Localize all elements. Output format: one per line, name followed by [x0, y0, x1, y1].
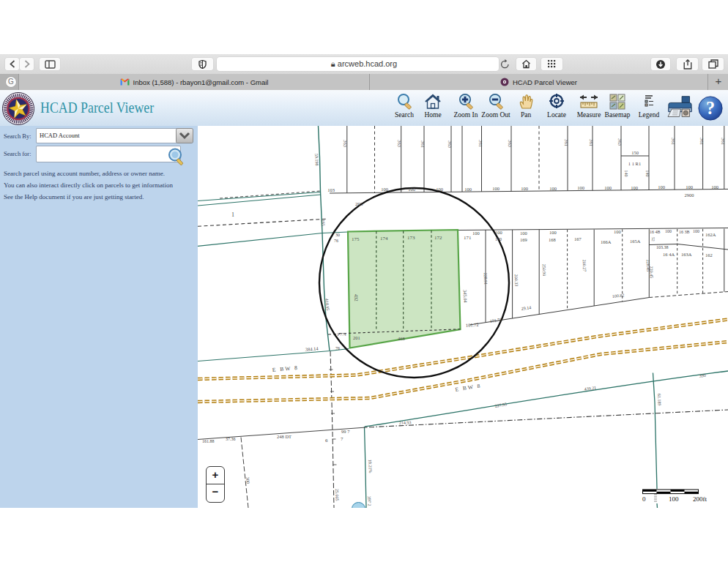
- svg-text:170: 170: [495, 237, 502, 241]
- svg-text:100: 100: [408, 187, 415, 192]
- svg-text:100: 100: [658, 184, 665, 190]
- svg-text:468: 468: [398, 336, 405, 341]
- svg-text:16 4B: 16 4B: [650, 230, 661, 234]
- svg-text:162A: 162A: [705, 232, 716, 237]
- svg-text:248 DT: 248 DT: [277, 434, 291, 439]
- svg-text:2900: 2900: [685, 192, 694, 198]
- svg-text:201: 201: [353, 335, 360, 340]
- svg-text:100: 100: [614, 229, 621, 234]
- svg-text:361: 361: [420, 140, 426, 148]
- svg-text:100: 100: [711, 184, 718, 190]
- svg-text:361: 361: [699, 138, 705, 145]
- svg-text:103.38: 103.38: [656, 245, 669, 250]
- svg-text:432: 432: [354, 294, 359, 301]
- svg-text:167: 167: [574, 236, 582, 241]
- svg-text:100: 100: [381, 187, 388, 192]
- svg-text:162: 162: [705, 252, 713, 258]
- svg-text:169: 169: [520, 237, 527, 242]
- svg-text:363: 363: [397, 140, 402, 147]
- svg-text:140: 140: [645, 171, 650, 177]
- svg-text:100: 100: [472, 231, 480, 236]
- svg-text:300: 300: [245, 477, 250, 484]
- svg-text:345.04: 345.04: [463, 290, 469, 304]
- svg-text:100: 100: [549, 186, 557, 191]
- svg-text:100: 100: [631, 185, 638, 190]
- svg-text:172: 172: [434, 235, 442, 241]
- svg-text:363: 363: [343, 140, 348, 147]
- svg-text:1: 1: [231, 211, 234, 218]
- svg-text:100: 100: [669, 495, 679, 503]
- svg-text:205: 205: [355, 201, 363, 207]
- svg-text:384.14: 384.14: [305, 345, 319, 352]
- svg-text:361: 361: [589, 139, 594, 146]
- svg-text:6: 6: [325, 438, 328, 443]
- svg-text:52: 52: [651, 237, 655, 241]
- svg-text:200.27: 200.27: [582, 260, 587, 272]
- svg-text:76: 76: [335, 346, 340, 351]
- svg-text:100: 100: [665, 229, 672, 233]
- svg-text:16 4A: 16 4A: [663, 252, 675, 257]
- svg-text:37.36: 37.36: [226, 437, 236, 441]
- svg-text:?: ?: [706, 98, 715, 118]
- svg-text:173: 173: [407, 235, 415, 241]
- svg-text:200.33: 200.33: [514, 274, 519, 287]
- svg-text:363: 363: [447, 140, 453, 148]
- svg-text:361: 361: [721, 138, 726, 145]
- svg-text:76: 76: [334, 239, 338, 243]
- svg-text:61.189: 61.189: [657, 394, 662, 406]
- svg-text:99 7: 99 7: [341, 429, 350, 434]
- svg-text:29.14: 29.14: [521, 305, 531, 311]
- svg-text:25.005: 25.005: [335, 489, 340, 501]
- svg-text:10.21%: 10.21%: [368, 460, 373, 473]
- svg-text:100: 100: [464, 187, 472, 192]
- svg-text:214.93: 214.93: [399, 420, 412, 425]
- svg-text:100: 100: [577, 185, 584, 190]
- svg-text:361: 361: [564, 139, 569, 146]
- svg-text:161.88: 161.88: [202, 439, 215, 443]
- svg-text:100: 100: [492, 186, 499, 191]
- svg-text:100: 100: [693, 229, 699, 233]
- svg-text:174: 174: [380, 236, 388, 241]
- svg-text:100: 100: [521, 186, 528, 191]
- svg-text:1 1 R1: 1 1 R1: [628, 161, 641, 166]
- svg-text:100: 100: [495, 230, 502, 235]
- svg-text:168: 168: [549, 237, 556, 242]
- svg-text:361: 361: [478, 140, 483, 147]
- svg-text:227.55: 227.55: [494, 402, 507, 408]
- svg-text:100: 100: [604, 185, 612, 190]
- svg-text:363: 363: [508, 140, 513, 147]
- svg-text:30: 30: [335, 233, 340, 237]
- svg-text:16 3B: 16 3B: [679, 230, 690, 234]
- svg-text:0: 0: [642, 495, 646, 503]
- svg-text:363: 363: [617, 138, 623, 146]
- svg-text:200ft: 200ft: [693, 495, 707, 503]
- svg-text:228.45: 228.45: [646, 260, 651, 272]
- svg-text:163A: 163A: [681, 252, 692, 257]
- svg-text:100: 100: [436, 187, 443, 192]
- svg-text:228.91: 228.91: [483, 273, 489, 285]
- svg-text:166A: 166A: [601, 239, 612, 244]
- svg-text:59.198: 59.198: [314, 154, 319, 166]
- svg-text:165: 165: [321, 220, 325, 226]
- svg-text:E BW 8: E BW 8: [272, 364, 299, 373]
- svg-text:439.21: 439.21: [584, 386, 596, 391]
- svg-text:361: 361: [671, 138, 676, 145]
- svg-text:171: 171: [464, 235, 472, 241]
- svg-text:101.72: 101.72: [466, 322, 479, 328]
- svg-text:140: 140: [624, 171, 628, 177]
- svg-text:175: 175: [352, 236, 360, 242]
- svg-text:250.90: 250.90: [542, 264, 547, 277]
- svg-text:397 2: 397 2: [367, 496, 372, 506]
- svg-text:100: 100: [520, 231, 527, 236]
- svg-text:100: 100: [549, 230, 557, 235]
- svg-text:100: 100: [686, 184, 693, 190]
- svg-text:165A: 165A: [630, 239, 641, 244]
- svg-text:1 774: 1 774: [337, 332, 346, 337]
- svg-text:150: 150: [631, 150, 639, 155]
- svg-text:E BW 8: E BW 8: [455, 382, 482, 393]
- svg-text:7: 7: [341, 436, 343, 442]
- svg-text:390: 390: [699, 373, 706, 378]
- svg-text:103: 103: [327, 187, 335, 192]
